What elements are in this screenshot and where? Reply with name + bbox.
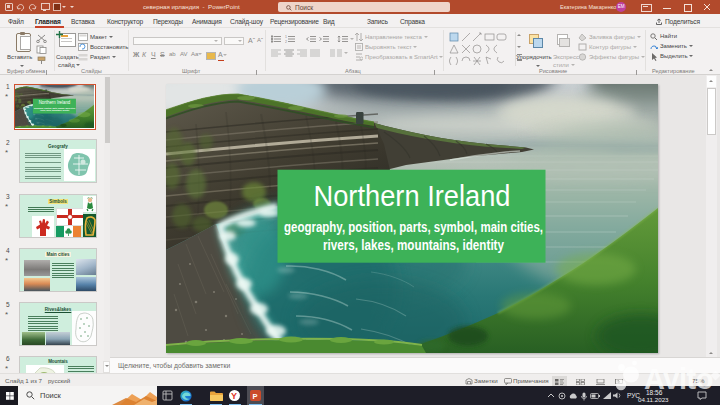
svg-text:Northern Ireland: Northern Ireland bbox=[314, 179, 511, 212]
svg-text:Avito: Avito bbox=[644, 363, 713, 395]
svg-text:rivers, lakes, mountains, iden: rivers, lakes, mountains, identity bbox=[323, 237, 504, 253]
svg-text:2: 2 bbox=[285, 40, 287, 43]
svg-text:1: 1 bbox=[285, 35, 287, 39]
svg-text:geography, position, parts, sy: geography, position, parts, symbol, main… bbox=[284, 219, 543, 235]
